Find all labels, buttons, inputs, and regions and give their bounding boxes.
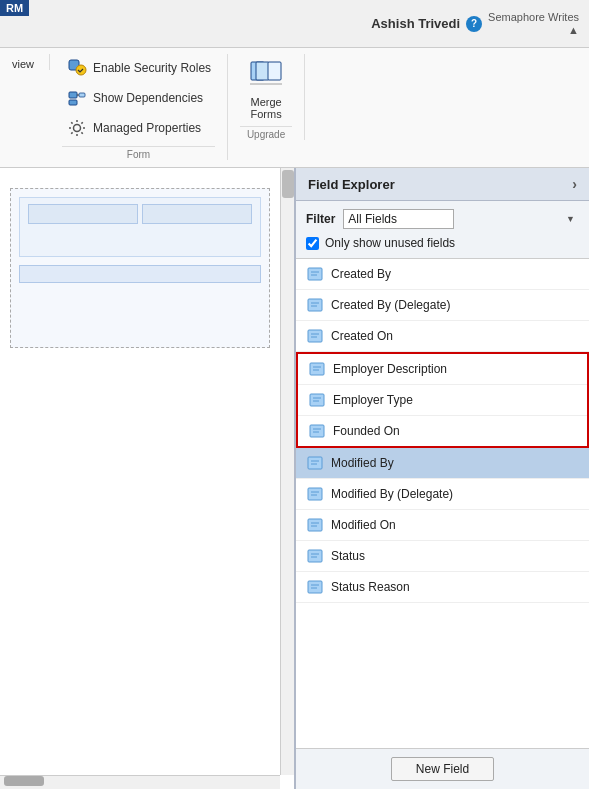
field-icon-founded-on [308, 422, 326, 440]
scrollbar-thumb [282, 170, 294, 198]
field-icon-created-on [306, 327, 324, 345]
field-explorer-chevron[interactable]: › [572, 176, 577, 192]
gear-icon [66, 117, 88, 139]
field-label-modified-by: Modified By [331, 456, 394, 470]
field-label-employer-type: Employer Type [333, 393, 413, 407]
field-explorer-panel: Field Explorer › Filter All Fields Custo… [294, 168, 589, 789]
field-icon-status-reason [306, 578, 324, 596]
svg-rect-14 [308, 299, 322, 311]
field-icon-modified-by-delegate [306, 485, 324, 503]
field-item-employer-type[interactable]: Employer Type [298, 385, 587, 416]
field-label-created-on: Created On [331, 329, 393, 343]
field-icon-employer-type [308, 391, 326, 409]
show-dependencies-label: Show Dependencies [93, 91, 203, 105]
form-field-1 [28, 204, 138, 224]
svg-rect-11 [308, 268, 322, 280]
merge-forms-button[interactable]: MergeForms [240, 54, 292, 124]
form-field-row-2 [19, 265, 261, 283]
form-group-label: Form [62, 146, 215, 160]
horizontal-scrollbar[interactable] [0, 775, 280, 789]
svg-rect-32 [308, 488, 322, 500]
svg-rect-5 [79, 93, 85, 97]
upload-icon[interactable]: ▲ [568, 24, 579, 36]
dependencies-icon [66, 87, 88, 109]
managed-properties-button[interactable]: Managed Properties [62, 114, 215, 142]
svg-rect-2 [69, 92, 77, 98]
svg-rect-20 [310, 363, 324, 375]
filter-select-wrap: All Fields Custom Fields Standard Fields [343, 209, 579, 229]
field-explorer-footer: New Field [296, 748, 589, 789]
svg-rect-41 [308, 581, 322, 593]
filter-label: Filter [306, 212, 335, 226]
shield-icon [66, 57, 88, 79]
field-item-modified-on[interactable]: Modified On [296, 510, 589, 541]
show-unused-checkbox[interactable] [306, 237, 319, 250]
vertical-scrollbar[interactable] [280, 168, 294, 775]
field-icon-created-by-delegate [306, 296, 324, 314]
field-item-status[interactable]: Status [296, 541, 589, 572]
field-icon-status [306, 547, 324, 565]
ribbon: view Enable Security Roles [0, 48, 589, 168]
field-label-employer-description: Employer Description [333, 362, 447, 376]
field-icon-employer-description [308, 360, 326, 378]
red-border-group: Employer Description Employer Type [296, 352, 589, 448]
top-bar: Ashish Trivedi ? Semaphore Writes ▲ [0, 0, 589, 48]
user-name: Ashish Trivedi [371, 16, 460, 31]
h-scroll-thumb [4, 776, 44, 786]
field-item-modified-by[interactable]: Modified By [296, 448, 589, 479]
user-info: Ashish Trivedi ? Semaphore Writes ▲ [371, 11, 579, 36]
main-area: Field Explorer › Filter All Fields Custo… [0, 168, 589, 789]
svg-rect-38 [308, 550, 322, 562]
field-label-status-reason: Status Reason [331, 580, 410, 594]
svg-rect-17 [308, 330, 322, 342]
svg-point-1 [76, 65, 86, 75]
managed-properties-label: Managed Properties [93, 121, 201, 135]
field-item-modified-by-delegate[interactable]: Modified By (Delegate) [296, 479, 589, 510]
form-field-2 [142, 204, 252, 224]
field-explorer-header: Field Explorer › [296, 168, 589, 201]
show-unused-label: Only show unused fields [325, 236, 455, 250]
svg-rect-23 [310, 394, 324, 406]
field-explorer-title: Field Explorer [308, 177, 395, 192]
field-icon-modified-by [306, 454, 324, 472]
field-label-modified-by-delegate: Modified By (Delegate) [331, 487, 453, 501]
form-field-row-1 [28, 204, 252, 224]
field-label-modified-on: Modified On [331, 518, 396, 532]
field-item-created-on[interactable]: Created On [296, 321, 589, 352]
form-area [0, 168, 294, 789]
field-icon-modified-on [306, 516, 324, 534]
svg-rect-3 [69, 100, 77, 105]
field-list: Created By Created By (Delegate) [296, 258, 589, 748]
svg-rect-9 [268, 62, 281, 80]
field-icon-created-by [306, 265, 324, 283]
field-item-status-reason[interactable]: Status Reason [296, 572, 589, 603]
field-item-founded-on[interactable]: Founded On [298, 416, 587, 446]
form-canvas [10, 188, 270, 348]
field-item-created-by[interactable]: Created By [296, 259, 589, 290]
svg-rect-8 [256, 62, 269, 80]
svg-point-6 [74, 125, 81, 132]
merge-forms-icon [248, 58, 284, 94]
show-dependencies-button[interactable]: Show Dependencies [62, 84, 215, 112]
field-label-created-by-delegate: Created By (Delegate) [331, 298, 450, 312]
svg-rect-35 [308, 519, 322, 531]
svg-rect-29 [308, 457, 322, 469]
field-label-created-by: Created By [331, 267, 391, 281]
help-icon[interactable]: ? [466, 16, 482, 32]
filter-row: Filter All Fields Custom Fields Standard… [296, 201, 589, 233]
show-unused-row: Only show unused fields [296, 233, 589, 258]
upgrade-group-label: Upgrade [240, 126, 292, 140]
user-role: Semaphore Writes [488, 11, 579, 23]
rm-badge: RM [0, 0, 29, 16]
svg-rect-26 [310, 425, 324, 437]
field-label-founded-on: Founded On [333, 424, 400, 438]
merge-forms-label: MergeForms [250, 96, 281, 120]
filter-select[interactable]: All Fields Custom Fields Standard Fields [343, 209, 454, 229]
field-item-employer-description[interactable]: Employer Description [298, 354, 587, 385]
ribbon-form-group: Enable Security Roles Show Dependencies [62, 54, 228, 160]
form-inner-section [19, 197, 261, 257]
new-field-button[interactable]: New Field [391, 757, 494, 781]
field-label-status: Status [331, 549, 365, 563]
enable-security-button[interactable]: Enable Security Roles [62, 54, 215, 82]
field-item-created-by-delegate[interactable]: Created By (Delegate) [296, 290, 589, 321]
